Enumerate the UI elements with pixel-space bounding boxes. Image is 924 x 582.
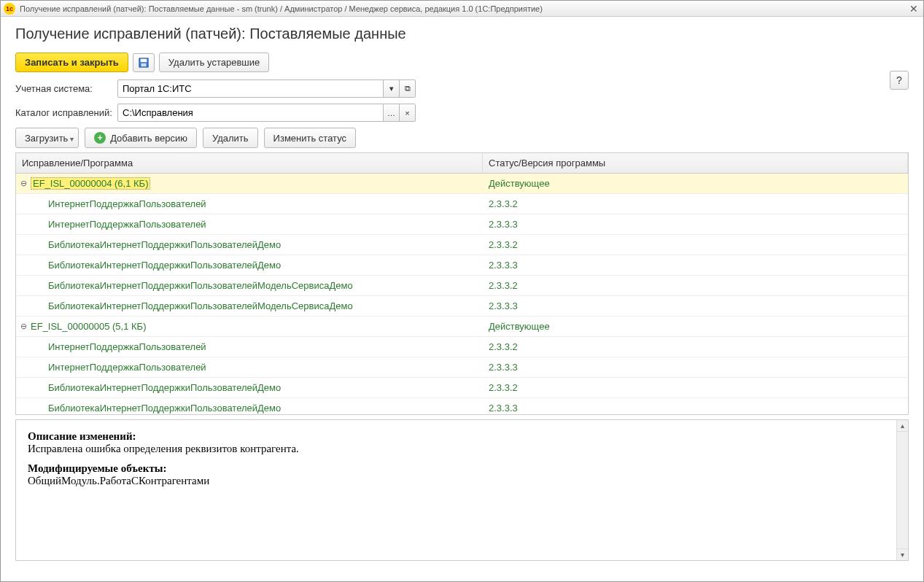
row-status: 2.3.3.3 [483, 359, 908, 376]
table-toolbar: Загрузить + Добавить версию Удалить Изме… [15, 128, 909, 148]
plus-icon: + [94, 132, 106, 144]
desc-heading-objects: Модифицируемые объекты: [28, 462, 167, 474]
table-row[interactable]: БиблиотекаИнтернетПоддержкиПользователей… [16, 378, 908, 398]
expander-icon[interactable]: ⊖ [19, 322, 28, 331]
page-title: Получение исправлений (патчей): Поставля… [15, 26, 909, 42]
add-version-label: Добавить версию [110, 133, 187, 144]
row-status: 2.3.3.3 [483, 257, 908, 273]
main-toolbar: Записать и закрыть Удалить устаревшие [15, 53, 909, 72]
row-name: ИнтернетПоддержкаПользователей [48, 362, 206, 373]
floppy-icon [139, 58, 149, 68]
row-name: БиблиотекаИнтернетПоддержкиПользователей… [48, 382, 281, 393]
row-name: EF_ISL_00000004 (6,1 КБ) [31, 177, 150, 190]
account-system-input-group: ▾ ⧉ [117, 79, 416, 98]
svg-rect-1 [140, 58, 147, 61]
row-status: 2.3.3.2 [483, 195, 908, 212]
row-status: 2.3.3.2 [483, 236, 908, 253]
row-name: БиблиотекаИнтернетПоддержкиПользователей… [48, 300, 353, 311]
desc-text-objects: ОбщийМодуль.РаботаСКонтрагентами [28, 475, 209, 486]
table-row[interactable]: БиблиотекаИнтернетПоддержкиПользователей… [16, 276, 908, 296]
dropdown-icon[interactable]: ▾ [384, 79, 400, 98]
row-status: 2.3.3.3 [483, 298, 908, 314]
row-name: БиблиотекаИнтернетПоддержкиПользователей… [48, 403, 281, 414]
row-name: ИнтернетПоддержкаПользователей [48, 219, 206, 230]
add-version-button[interactable]: + Добавить версию [85, 128, 197, 148]
save-and-close-button[interactable]: Записать и закрыть [15, 53, 128, 72]
folder-row: Каталог исправлений: … × [15, 104, 909, 122]
row-status: Действующее [483, 318, 908, 335]
patch-table: Исправление/Программа Статус/Версия прог… [15, 152, 909, 415]
delete-outdated-button[interactable]: Удалить устаревшие [159, 53, 269, 72]
account-system-row: Учетная система: ▾ ⧉ [15, 79, 909, 98]
table-row[interactable]: ИнтернетПоддержкаПользователей2.3.3.3 [16, 214, 908, 235]
svg-rect-2 [141, 63, 146, 66]
row-status: 2.3.3.2 [483, 277, 908, 294]
folder-label: Каталог исправлений: [15, 107, 117, 118]
folder-input[interactable] [117, 104, 384, 122]
account-system-label: Учетная система: [15, 83, 117, 94]
column-header-status[interactable]: Статус/Версия программы [483, 153, 908, 173]
table-row[interactable]: БиблиотекаИнтернетПоддержкиПользователей… [16, 296, 908, 317]
table-row[interactable]: ИнтернетПоддержкаПользователей2.3.3.2 [16, 337, 908, 357]
save-button[interactable] [133, 53, 155, 72]
row-status: 2.3.3.2 [483, 338, 908, 355]
table-row[interactable]: ИнтернетПоддержкаПользователей2.3.3.2 [16, 194, 908, 214]
table-row-group[interactable]: ⊖EF_ISL_00000004 (6,1 КБ)Действующее [16, 174, 908, 194]
account-system-input[interactable] [117, 79, 384, 98]
row-status: 2.3.3.3 [483, 400, 908, 416]
folder-input-group: … × [117, 104, 416, 122]
row-status: 2.3.3.3 [483, 216, 908, 233]
row-name: БиблиотекаИнтернетПоддержкиПользователей… [48, 260, 281, 271]
clear-icon[interactable]: × [400, 104, 416, 122]
content-area: Получение исправлений (патчей): Поставля… [1, 17, 923, 581]
row-name: ИнтернетПоддержкаПользователей [48, 198, 206, 209]
delete-button[interactable]: Удалить [203, 128, 258, 148]
row-status: Действующее [483, 175, 908, 192]
row-name: ИнтернетПоддержкаПользователей [48, 341, 206, 352]
close-icon[interactable]: ✕ [907, 3, 920, 15]
table-body[interactable]: ⊖EF_ISL_00000004 (6,1 КБ)ДействующееИнте… [16, 174, 908, 416]
change-status-button[interactable]: Изменить статус [264, 128, 356, 148]
load-button[interactable]: Загрузить [15, 128, 79, 148]
column-header-name[interactable]: Исправление/Программа [16, 153, 483, 173]
row-status: 2.3.3.2 [483, 379, 908, 396]
row-name: БиблиотекаИнтернетПоддержкиПользователей… [48, 239, 281, 250]
description-scrollbar[interactable]: ▴ ▾ [896, 420, 908, 560]
table-row[interactable]: БиблиотекаИнтернетПоддержкиПользователей… [16, 235, 908, 255]
desc-text-changes: Исправлена ошибка определения реквизитов… [28, 443, 299, 454]
main-window: 1c Получение исправлений (патчей): Поста… [0, 0, 924, 582]
row-name: БиблиотекаИнтернетПоддержкиПользователей… [48, 280, 353, 291]
help-button[interactable]: ? [890, 71, 909, 90]
open-icon[interactable]: ⧉ [400, 79, 416, 98]
row-name: EF_ISL_00000005 (5,1 КБ) [31, 321, 146, 332]
scroll-down-icon[interactable]: ▾ [897, 548, 908, 560]
window-title: Получение исправлений (патчей): Поставля… [20, 4, 907, 13]
table-row[interactable]: ИнтернетПоддержкаПользователей2.3.3.3 [16, 357, 908, 378]
desc-heading-changes: Описание изменений: [28, 430, 136, 442]
scroll-up-icon[interactable]: ▴ [897, 420, 908, 432]
table-header: Исправление/Программа Статус/Версия прог… [16, 153, 908, 174]
expander-icon[interactable]: ⊖ [19, 179, 28, 188]
app-icon: 1c [4, 3, 15, 15]
description-panel: Описание изменений: Исправлена ошибка оп… [15, 419, 909, 561]
table-row-group[interactable]: ⊖EF_ISL_00000005 (5,1 КБ)Действующее [16, 317, 908, 337]
table-row[interactable]: БиблиотекаИнтернетПоддержкиПользователей… [16, 255, 908, 276]
table-row[interactable]: БиблиотекаИнтернетПоддержкиПользователей… [16, 398, 908, 416]
titlebar[interactable]: 1c Получение исправлений (патчей): Поста… [1, 1, 923, 17]
browse-icon[interactable]: … [384, 104, 400, 122]
